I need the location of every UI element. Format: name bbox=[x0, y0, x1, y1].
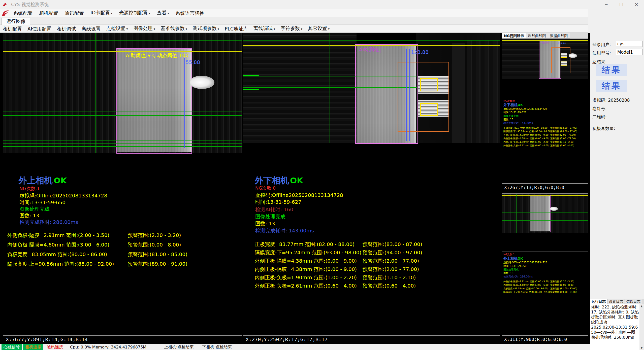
edge-measure-value: 123.88 bbox=[558, 42, 566, 45]
close-button[interactable]: ✕ bbox=[629, 0, 644, 9]
magenta-roi-box bbox=[116, 48, 192, 154]
frame-count: 图数: 13 bbox=[19, 212, 39, 219]
toolbar-spot-check[interactable]: 点检设置▾ bbox=[104, 24, 131, 33]
timestamp: 时间:13-31-59-627 bbox=[255, 199, 301, 205]
toolbar-ai-use-config[interactable]: AI使用配置 bbox=[25, 25, 54, 33]
blue-edge-line bbox=[409, 49, 410, 141]
measurement-text: 外侧正极-隔膜=4.38mm 范围:(0.00 - 9.00) bbox=[255, 258, 357, 264]
ai-threshold-label: AI助阈值:93, 动态阈值:100 bbox=[126, 52, 188, 59]
magenta-roi-box bbox=[529, 195, 551, 232]
green-measure-line bbox=[3, 140, 242, 141]
menu-item-language-switch[interactable]: 系统语言切换 bbox=[172, 9, 208, 17]
pixel-coords-preview-top: X:267;Y:13;R:0;G:0;B:0 bbox=[502, 184, 588, 191]
tab-error-log[interactable]: 错误日志 bbox=[625, 299, 642, 304]
lower-camera-status: 下相机:点检结束 bbox=[202, 344, 232, 350]
elapsed-time: 检测完成耗时: 143.00ms bbox=[503, 121, 533, 125]
model-input[interactable] bbox=[616, 49, 642, 55]
virtual-code-value: 20250208 bbox=[608, 98, 630, 103]
toolbar-image-processing[interactable]: 图像处理▾ bbox=[131, 24, 158, 33]
toolbar-offline-settings[interactable]: 离线设置 bbox=[79, 25, 104, 33]
maximize-button[interactable]: ☐ bbox=[614, 0, 629, 9]
app-logo-icon bbox=[3, 2, 8, 7]
toolbar-camera-debug[interactable]: 相机调试 bbox=[54, 25, 79, 33]
dropdown-arrow-icon: ▾ bbox=[186, 27, 187, 31]
camera-result-title: 外上相机OK bbox=[18, 175, 67, 186]
tab-data-curve[interactable]: 数据曲线图 bbox=[548, 33, 570, 39]
scroll-up-icon[interactable]: ▲ bbox=[641, 304, 643, 308]
window-controls: ─ ☐ ✕ bbox=[599, 0, 644, 9]
menu-item-view[interactable]: 查看▾ bbox=[154, 9, 172, 17]
qr-code-label: 二维码: bbox=[592, 114, 607, 120]
toolbar-baseline-params[interactable]: 基准线参数▾ bbox=[158, 24, 190, 33]
heartbeat-status-badge: 心跳信号 bbox=[2, 344, 22, 350]
log-text: 耗时: 222, 缺陷检测耗时: 17, 缺陷分类耗时: 0, 缺陷提取分区耗时… bbox=[591, 305, 639, 340]
preview-scene-upper[interactable] bbox=[502, 193, 588, 252]
warning-range-text: 预警范围:(2.20 - 3.20) bbox=[128, 232, 181, 239]
preview-tabs: NG视图显示 料线曲线图 数据曲线图 bbox=[502, 33, 588, 39]
measurement-text: 隔膜宽度-上=90.56mm 范围:(88.00 - 92.00) bbox=[7, 261, 114, 267]
toolbar-offline-debug[interactable]: 离线调试▾ bbox=[251, 24, 278, 33]
edge-measure-value: 55.88 bbox=[186, 59, 200, 65]
camera-name: 外上相机 bbox=[18, 175, 53, 185]
tab-run-log[interactable]: 运行日志 bbox=[590, 299, 607, 304]
green-measure-line bbox=[3, 146, 242, 147]
green-baseline bbox=[243, 40, 500, 41]
toolbar-plc-address-lib[interactable]: PLC地址库 bbox=[222, 25, 251, 33]
timestamp: 时间:13-31-59-627 bbox=[503, 111, 526, 114]
machine-background bbox=[243, 33, 357, 143]
measurement-row: 内侧负极-隔膜=4.60mm 范围:(3.00 - 6.00)预警范围:(0.0… bbox=[503, 284, 587, 287]
camera-view-lower[interactable]: AI检测框 123.88 外下相机OK NG次数:0 虚拟码:Offline20… bbox=[243, 33, 500, 335]
measurement-row: 外侧正极-隔膜=4.38mm 范围:(0.00 - 9.00) 预警范围:(2.… bbox=[255, 258, 497, 264]
blue-edge-line bbox=[557, 43, 557, 77]
measurement-row: 外侧负极-隔膜=2.91mm 范围:(2.00 - 3.50) 预警范围:(2.… bbox=[7, 232, 239, 239]
toolbar-camera-config[interactable]: 相机配置 bbox=[0, 25, 25, 33]
ai-detect-box-label: AI检测框 bbox=[358, 46, 380, 53]
yellow-tab-box bbox=[420, 78, 438, 91]
result-display-upper: 结果 bbox=[596, 64, 627, 76]
tab-run-image[interactable]: 运行图像 bbox=[2, 18, 30, 25]
log-scrollbar[interactable]: ▲ ▼ bbox=[639, 304, 644, 350]
elapsed-time: 检测完成耗时: 143.00ms bbox=[255, 227, 314, 234]
blue-edge-line bbox=[184, 58, 185, 148]
menu-item-light-control-config[interactable]: 光源控制配置▾ bbox=[116, 9, 154, 17]
menu-item-io-card-config[interactable]: IO卡配置▾ bbox=[87, 9, 116, 17]
menu-item-comm-config[interactable]: 通讯配置 bbox=[61, 9, 87, 17]
green-vertical-line bbox=[517, 194, 517, 233]
scroll-down-icon[interactable]: ▼ bbox=[641, 346, 643, 350]
tab-ng-view[interactable]: NG视图显示 bbox=[502, 33, 526, 39]
ng-count: NG次数:0 bbox=[255, 185, 276, 191]
measurement-row: 隔膜宽度-下=95.24mm 范围:(93.00 - 98.00) 预警范围:(… bbox=[255, 249, 497, 256]
measurement-row: 外侧正极-隔膜=4.38mm 范围:(0.00 - 9.00)预警范围:(2.0… bbox=[503, 133, 587, 137]
brand-logo-icon bbox=[2, 9, 10, 17]
log-tabs: 运行日志 设置日志 错误日志 bbox=[590, 299, 644, 304]
pixel-coords-upper: X:7677;Y:891;R:14;G:14;B:14 bbox=[3, 335, 242, 343]
measurement-text: 隔膜宽度-下=95.24mm 范围:(93.00 - 98.00) bbox=[255, 250, 361, 256]
toolbar-char-params[interactable]: 字符参数▾ bbox=[278, 24, 305, 33]
toolbar-test-item-params[interactable]: 测试项参数▾ bbox=[190, 24, 222, 33]
tab-settings-log[interactable]: 设置日志 bbox=[607, 299, 625, 304]
measurement-row: 外侧正极-负极=2.61mm 范围:(0.60 - 4.00)预警范围:(0.6… bbox=[503, 144, 587, 147]
tab-line-curve[interactable]: 料线曲线图 bbox=[526, 33, 548, 39]
green-measure-line bbox=[502, 211, 588, 211]
login-user-input[interactable] bbox=[616, 41, 642, 47]
yellow-baseline bbox=[3, 51, 242, 52]
green-baseline bbox=[3, 40, 242, 41]
camera-view-upper[interactable]: AI助阈值:93, 动态阈值:100 55.88 外上相机OK NG次数:1 虚… bbox=[3, 33, 242, 335]
preview-scene-lower[interactable]: AI检测框 123.88 bbox=[502, 39, 588, 98]
menu-item-camera-config[interactable]: 相机配置 bbox=[36, 9, 61, 17]
toolbar: 相机配置 AI使用配置 相机调试 离线设置 点检设置▾ 图像处理▾ 基准线参数▾… bbox=[0, 25, 590, 33]
process-done: 图像处理完成 bbox=[19, 206, 50, 213]
green-measure-line bbox=[502, 222, 588, 222]
green-vertical-line bbox=[530, 39, 530, 79]
measurement-row: 隔膜宽度-下=95.24mm 范围:(93.00 - 98.00)预警范围:(9… bbox=[503, 130, 587, 133]
frame-count: 图数: 13 bbox=[255, 220, 275, 227]
measurement-row: 内侧正极-隔膜=4.38mm 范围:(0.00 - 9.00)预警范围:(2.0… bbox=[503, 137, 587, 140]
minimize-button[interactable]: ─ bbox=[599, 0, 614, 9]
measurement-row: 内侧正极-负极=1.90mm 范围:(1.00 - 2.20)预警范围:(1.1… bbox=[503, 141, 587, 144]
menu-item-system-config[interactable]: 系统配置 bbox=[10, 9, 36, 17]
log-area[interactable]: 耗时: 222, 缺陷检测耗时: 17, 缺陷分类耗时: 0, 缺陷提取分区耗时… bbox=[590, 304, 644, 350]
yellow-tab-box bbox=[561, 53, 567, 58]
toolbar-other-settings[interactable]: 其它设置▾ bbox=[305, 24, 332, 33]
warning-range-text: 预警范围:(2.00 - 77.00) bbox=[363, 266, 419, 273]
elapsed-time: 检测完成耗时: 286.00ms bbox=[503, 275, 533, 278]
